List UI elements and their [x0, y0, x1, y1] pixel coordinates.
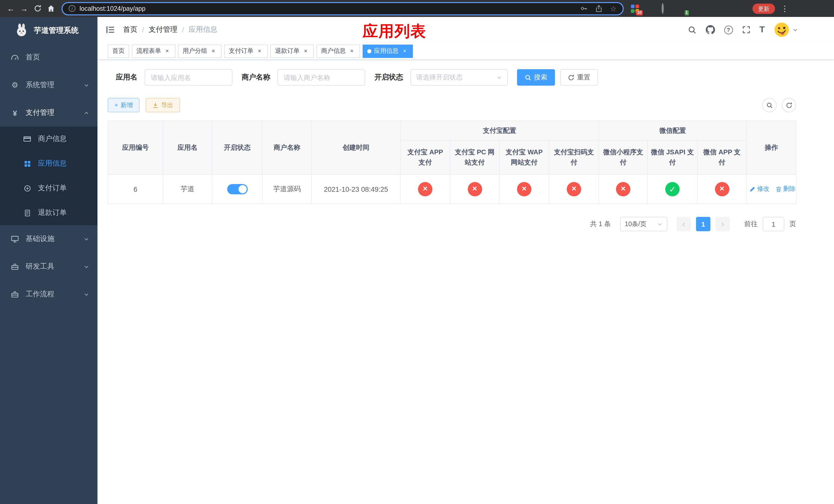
sidebar-item-label: 支付管理 — [26, 108, 84, 117]
next-page-button[interactable]: › — [716, 217, 730, 231]
url-text[interactable]: localhost:1024/pay/app — [80, 5, 146, 12]
breadcrumb-separator: / — [182, 26, 184, 34]
tab-merchant-info[interactable]: 商户信息× — [316, 44, 360, 58]
sidebar-item-system[interactable]: ⚙ 系统管理 — [0, 71, 97, 99]
close-icon[interactable]: × — [256, 47, 263, 54]
close-icon[interactable]: × — [210, 47, 217, 54]
col-alipay-pc: 支付宝 PC 网站支付 — [450, 140, 499, 175]
tab-refund-order[interactable]: 退款订单× — [270, 44, 314, 58]
refresh-table-button[interactable] — [782, 98, 796, 112]
search-button[interactable]: 搜索 — [517, 69, 555, 86]
breadcrumb-home[interactable]: 首页 — [123, 25, 137, 35]
chevron-down-icon — [84, 264, 89, 270]
browser-home-icon[interactable] — [44, 2, 58, 15]
chrome-update-button[interactable]: 更新 — [752, 3, 775, 14]
sidebar-item-payment-order[interactable]: 支付订单 — [0, 176, 97, 201]
close-icon[interactable]: × — [401, 47, 408, 54]
font-size-icon[interactable]: T — [760, 25, 765, 35]
close-icon[interactable]: × — [302, 47, 309, 54]
merchant-name-label: 商户名称 — [242, 73, 270, 82]
app-logo[interactable]: 芋道管理系统 — [0, 17, 97, 44]
prev-page-button[interactable]: ‹ — [677, 217, 691, 231]
browser-reload-icon[interactable] — [31, 2, 44, 15]
extension-icon[interactable] — [739, 4, 747, 13]
status-select[interactable]: 请选择开启状态 — [410, 69, 508, 86]
fullscreen-icon[interactable] — [742, 26, 750, 34]
config-fail-icon — [616, 182, 630, 197]
merchant-name-input[interactable] — [278, 69, 365, 86]
breadcrumb-payment[interactable]: 支付管理 — [149, 25, 177, 35]
sidebar-item-merchant-info[interactable]: 商户信息 — [0, 127, 97, 151]
add-button[interactable]: + 新增 — [108, 98, 139, 112]
sidebar-item-infrastructure[interactable]: 基础设施 — [0, 225, 97, 253]
tab-user-group[interactable]: 用户分组× — [178, 44, 222, 58]
col-alipay-qr: 支付宝扫码支付 — [549, 140, 599, 175]
tags-view-bar: 首页 流程表单× 用户分组× 支付订单× 退款订单× 商户信息× 应用信息× — [97, 43, 834, 60]
tab-process-form[interactable]: 流程表单× — [132, 44, 175, 58]
status-toggle[interactable] — [227, 184, 247, 194]
sidebar-item-payment[interactable]: ¥ 支付管理 — [0, 99, 97, 127]
col-wechat-mini: 微信小程序支付 — [599, 140, 648, 175]
sidebar-item-refund-order[interactable]: 退款订单 — [0, 201, 97, 225]
delete-button[interactable]: 删除 — [775, 185, 795, 193]
sidebar-item-label: 首页 — [26, 53, 89, 62]
password-key-icon[interactable] — [580, 5, 588, 12]
edit-button[interactable]: 修改 — [749, 185, 769, 193]
cell-alipay-app — [400, 175, 450, 204]
sidebar-item-home[interactable]: 首页 — [0, 44, 97, 71]
sidebar-item-dev-tools[interactable]: 研发工具 — [0, 253, 97, 280]
extension-icon[interactable]: 1 — [677, 4, 686, 13]
tab-label: 应用信息 — [374, 47, 398, 55]
extension-icon[interactable]: 10 — [631, 4, 640, 13]
page-number-button[interactable]: 1 — [696, 217, 710, 231]
bookmark-star-icon[interactable]: ☆ — [610, 4, 616, 13]
sidebar-toggle-icon[interactable] — [106, 25, 115, 35]
user-menu[interactable] — [774, 22, 798, 38]
extension-icon[interactable] — [646, 4, 655, 13]
table-row: 6 芋道 芋道源码 2021-10-23 08:49:25 — [108, 175, 796, 204]
sidebar-item-label: 系统管理 — [26, 81, 84, 90]
browser-back-icon[interactable]: ← — [4, 2, 18, 15]
address-bar[interactable]: i localhost:1024/pay/app ☆ — [62, 2, 624, 15]
payment-submenu: 商户信息 应用信息 支付订单 — [0, 127, 97, 225]
sidebar-item-app-info[interactable]: 应用信息 — [0, 151, 97, 176]
col-group-wechat: 微信配置 — [599, 121, 747, 140]
cell-status — [212, 175, 262, 204]
toggle-search-button[interactable] — [762, 98, 776, 112]
tab-payment-order[interactable]: 支付订单× — [224, 44, 268, 58]
extension-icon[interactable] — [708, 4, 717, 13]
cell-alipay-wap — [499, 175, 549, 204]
tab-label: 首页 — [112, 47, 125, 55]
share-icon[interactable] — [595, 5, 603, 12]
breadcrumb-separator: / — [142, 26, 144, 34]
page-size-select[interactable]: 10条/页 — [620, 217, 667, 231]
top-navbar: 首页 / 支付管理 / 应用信息 应用列表 ? — [97, 17, 834, 43]
sidebar: 芋道管理系统 首页 ⚙ 系统管理 ¥ 支付 — [0, 17, 97, 504]
cell-merchant-name: 芋道源码 — [262, 175, 312, 204]
app-name-input[interactable] — [145, 69, 232, 86]
site-info-icon[interactable]: i — [69, 5, 75, 12]
extension-icon[interactable] — [723, 4, 732, 13]
config-fail-icon — [467, 182, 482, 197]
sidebar-item-workflow[interactable]: 工作流程 — [0, 280, 97, 308]
col-merchant-name: 商户名称 — [262, 121, 312, 175]
reset-button-label: 重置 — [577, 73, 590, 82]
sidebar-item-label: 支付订单 — [38, 184, 89, 193]
close-icon[interactable]: × — [163, 47, 171, 54]
tab-app-info[interactable]: 应用信息× — [363, 44, 413, 58]
export-button[interactable]: 导出 — [146, 98, 180, 112]
chrome-menu-icon[interactable]: ⋮ — [778, 2, 791, 15]
help-icon[interactable]: ? — [724, 25, 733, 34]
reset-button[interactable]: 重置 — [560, 69, 598, 86]
extension-icon[interactable] — [693, 4, 701, 13]
search-icon[interactable] — [687, 25, 696, 34]
extension-icon[interactable] — [662, 4, 671, 13]
col-create-time: 创建时间 — [312, 121, 400, 175]
goto-page-input[interactable] — [763, 217, 784, 231]
tab-home[interactable]: 首页 — [108, 44, 129, 58]
github-icon[interactable] — [705, 25, 715, 35]
browser-forward-icon[interactable]: → — [18, 2, 31, 15]
screen: ← → i localhost:1024/pay/app ☆ — [0, 0, 834, 504]
sidebar-item-label: 工作流程 — [26, 290, 84, 299]
close-icon[interactable]: × — [348, 47, 355, 54]
